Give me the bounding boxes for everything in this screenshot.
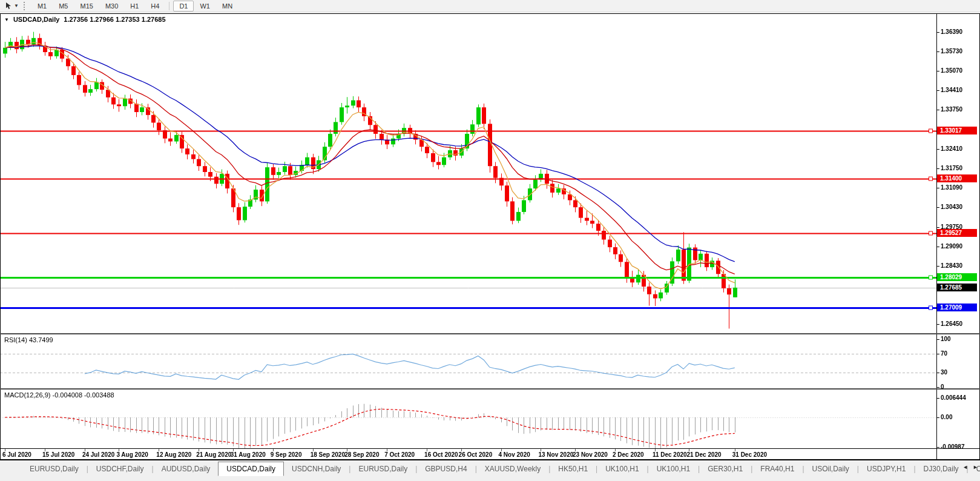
timeframe-toolbar: ▼ M1M5M15M30H1H4D1W1MN <box>0 0 980 12</box>
tab-xauusd-weekly[interactable]: XAUUSD,Weekly <box>477 463 548 476</box>
timeframe-button-m1[interactable]: M1 <box>31 1 53 12</box>
chart-canvas[interactable] <box>0 13 980 460</box>
cursor-tool-button[interactable]: ▼ <box>2 2 21 10</box>
tab-usdcad-daily[interactable]: USDCAD,Daily <box>218 462 284 476</box>
trading-app-window: { "toolbar": { "cursor_tool": "cursor-ar… <box>0 0 980 481</box>
timeframe-button-m30[interactable]: M30 <box>99 1 124 12</box>
tab-uk100-h1[interactable]: UK100,H1 <box>597 463 646 476</box>
tab-usdjpy-h1[interactable]: USDJPY,H1 <box>859 463 913 476</box>
tab-uk100-h1[interactable]: UK100,H1 <box>649 463 698 476</box>
tab-fra40-h1[interactable]: FRA40,H1 <box>752 463 802 476</box>
tab-ger30-h1[interactable]: GER30,H1 <box>700 463 751 476</box>
timeframe-buttons-group: M1M5M15M30H1H4D1W1MN <box>31 1 238 12</box>
toolbar-separator <box>169 2 169 10</box>
chevron-down-icon[interactable]: ▼ <box>14 3 19 8</box>
timeframe-button-h4[interactable]: H4 <box>145 1 165 12</box>
timeframe-button-d1[interactable]: D1 <box>173 1 194 12</box>
timeframe-button-m15[interactable]: M15 <box>74 1 99 12</box>
tab-usoil-daily[interactable]: USOil,Daily <box>804 463 857 476</box>
chart-window <box>0 13 980 460</box>
symbol-tab-bar: EURUSD,Daily|USDCHF,Daily|AUDUSD,DailyUS… <box>0 460 980 481</box>
tab-usdcnh-daily[interactable]: USDCNH,Daily <box>284 463 349 476</box>
timeframe-button-w1[interactable]: W1 <box>194 1 216 12</box>
tab-scroll-nav: ◄ ► <box>962 464 978 470</box>
timeframe-button-h1[interactable]: H1 <box>124 1 145 12</box>
tab-gbpusd-h4[interactable]: GBPUSD,H4 <box>417 463 475 476</box>
toolbar-grip-handle[interactable] <box>24 2 28 10</box>
tab-eurusd-daily[interactable]: EURUSD,Daily <box>350 463 415 476</box>
timeframe-button-mn[interactable]: MN <box>216 1 238 12</box>
scroll-tabs-right-button[interactable]: ► <box>973 464 978 470</box>
tab-eurusd-daily[interactable]: EURUSD,Daily <box>22 463 87 476</box>
tab-dj30-daily[interactable]: DJ30,Daily <box>916 463 967 476</box>
scroll-tabs-left-button[interactable]: ◄ <box>962 464 968 470</box>
cursor-arrow-icon <box>5 2 13 10</box>
tab-hk50-h1[interactable]: HK50,H1 <box>550 463 596 476</box>
tab-audusd-daily[interactable]: AUDUSD,Daily <box>154 463 219 476</box>
tab-usdchf-daily[interactable]: USDCHF,Daily <box>88 463 152 476</box>
timeframe-button-m5[interactable]: M5 <box>53 1 74 12</box>
